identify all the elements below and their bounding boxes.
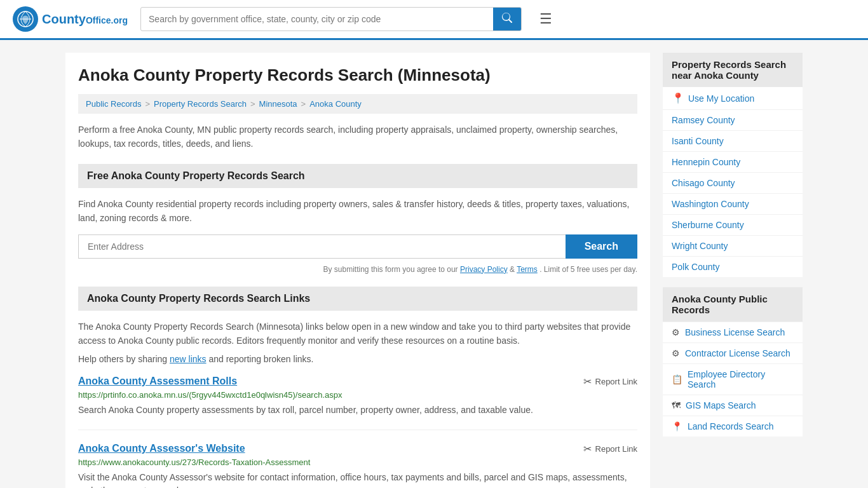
sidebar-link-wright[interactable]: Wright County <box>663 235 803 256</box>
sidebar-link-chisago[interactable]: Chisago County <box>663 172 803 193</box>
site-header: CountyOffice.org ☰ <box>0 0 868 40</box>
global-search-button[interactable] <box>493 8 521 30</box>
report-link-button-2[interactable]: ✂ Report Link <box>583 443 637 455</box>
sidebar-link-ramsey[interactable]: Ramsey County <box>663 109 803 130</box>
public-records-header: Anoka County Public Records <box>663 287 803 322</box>
sidebar-link-polk[interactable]: Polk County <box>663 256 803 277</box>
logo-text: CountyOffice.org <box>42 12 128 27</box>
report-icon-2: ✂ <box>583 443 592 455</box>
global-search-input[interactable] <box>141 9 493 29</box>
pin-icon: 📍 <box>672 92 684 104</box>
record-link-header-2: Anoka County Assessor's Website ✂ Report… <box>78 443 637 455</box>
use-my-location-link[interactable]: 📍 Use My Location <box>663 87 803 109</box>
address-search-form: Search <box>78 234 637 259</box>
hamburger-menu-button[interactable]: ☰ <box>534 8 557 30</box>
address-search-input[interactable] <box>78 234 566 259</box>
global-search-bar <box>140 7 522 31</box>
address-search-button[interactable]: Search <box>566 234 637 259</box>
links-intro-text: The Anoka County Property Records Search… <box>78 320 637 348</box>
sidebar-link-hennepin[interactable]: Hennepin County <box>663 151 803 172</box>
breadcrumb-public-records[interactable]: Public Records <box>86 99 141 109</box>
free-search-desc: Find Anoka County residential property r… <box>78 197 637 226</box>
sidebar: Property Records Search near Anoka Count… <box>663 53 803 488</box>
sidebar-item-business-license[interactable]: ⚙ Business License Search <box>663 322 803 342</box>
sidebar-item-contractor-license[interactable]: ⚙ Contractor License Search <box>663 342 803 363</box>
terms-link[interactable]: Terms <box>517 265 538 274</box>
public-records-section: Anoka County Public Records ⚙ Business L… <box>663 287 803 437</box>
share-links-text: Help others by sharing new links and rep… <box>78 354 637 364</box>
breadcrumb-sep-2: > <box>250 99 255 109</box>
free-search-header: Free Anoka County Property Records Searc… <box>78 164 637 188</box>
map-icon-gis: 🗺 <box>672 400 681 410</box>
breadcrumb-property-records-search[interactable]: Property Records Search <box>154 99 247 109</box>
pin-icon-land: 📍 <box>672 421 682 431</box>
record-link-url-2: https://www.anokacounty.us/273/Records-T… <box>78 458 637 467</box>
report-icon-1: ✂ <box>583 376 592 388</box>
gear-icon-business: ⚙ <box>672 327 680 337</box>
nearby-counties-section: Property Records Search near Anoka Count… <box>663 53 803 277</box>
sidebar-item-gis-maps[interactable]: 🗺 GIS Maps Search <box>663 395 803 416</box>
form-disclaimer: By submitting this form you agree to our… <box>78 265 637 274</box>
report-link-button-1[interactable]: ✂ Report Link <box>583 376 637 388</box>
main-container: Anoka County Property Records Search (Mi… <box>53 40 815 488</box>
record-link-desc-1: Search Anoka County property assessments… <box>78 403 637 417</box>
assessor-website-link[interactable]: Anoka County Assessor's Website <box>78 443 245 454</box>
new-links-link[interactable]: new links <box>170 354 207 364</box>
record-link-url-1: https://prtinfo.co.anoka.mn.us/(5rgyv445… <box>78 390 637 400</box>
record-link-item: Anoka County Assessment Rolls ✂ Report L… <box>78 376 637 430</box>
assessment-rolls-link[interactable]: Anoka County Assessment Rolls <box>78 376 237 387</box>
links-section-header: Anoka County Property Records Search Lin… <box>78 287 637 311</box>
site-logo[interactable]: CountyOffice.org <box>13 6 128 32</box>
gear-icon-contractor: ⚙ <box>672 348 680 358</box>
logo-icon <box>13 6 38 32</box>
privacy-policy-link[interactable]: Privacy Policy <box>460 265 508 274</box>
breadcrumb-anoka-county[interactable]: Anoka County <box>309 99 362 109</box>
breadcrumb: Public Records > Property Records Search… <box>78 94 637 114</box>
page-title: Anoka County Property Records Search (Mi… <box>78 65 637 85</box>
record-link-desc-2: Visit the Anoka County Assessor's websit… <box>78 471 637 488</box>
sidebar-link-sherburne[interactable]: Sherburne County <box>663 214 803 235</box>
content-area: Anoka County Property Records Search (Mi… <box>65 53 650 488</box>
page-intro-text: Perform a free Anoka County, MN public p… <box>78 123 637 151</box>
record-link-item-2: Anoka County Assessor's Website ✂ Report… <box>78 443 637 488</box>
sidebar-link-isanti[interactable]: Isanti County <box>663 130 803 151</box>
breadcrumb-sep-3: > <box>301 99 306 109</box>
sidebar-link-washington[interactable]: Washington County <box>663 193 803 214</box>
nearby-counties-header: Property Records Search near Anoka Count… <box>663 53 803 87</box>
sidebar-item-land-records[interactable]: 📍 Land Records Search <box>663 416 803 437</box>
breadcrumb-minnesota[interactable]: Minnesota <box>259 99 297 109</box>
list-icon-employee: 📋 <box>672 374 682 384</box>
record-link-header-1: Anoka County Assessment Rolls ✂ Report L… <box>78 376 637 388</box>
sidebar-item-employee-directory[interactable]: 📋 Employee Directory Search <box>663 363 803 395</box>
breadcrumb-sep-1: > <box>145 99 150 109</box>
